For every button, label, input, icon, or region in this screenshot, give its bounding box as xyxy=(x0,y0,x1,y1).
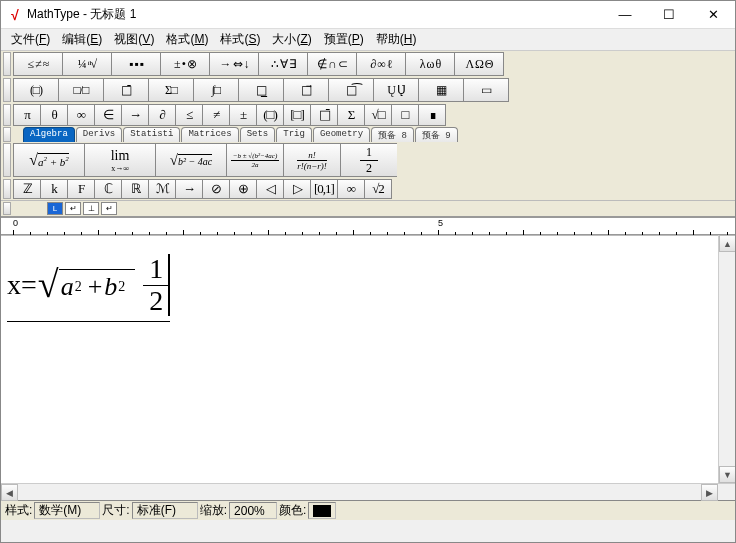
toggle-button[interactable]: ↵ xyxy=(65,202,81,215)
symbol-button[interactable]: ◁ xyxy=(256,179,284,199)
symbol-button[interactable]: F xyxy=(67,179,95,199)
menu-p[interactable]: 预置(P) xyxy=(318,29,370,50)
symbol-button[interactable]: ⊘ xyxy=(202,179,230,199)
toolbar-handle[interactable] xyxy=(3,104,11,126)
symbol-button[interactable]: π xyxy=(13,104,41,126)
status-zoom-value[interactable]: 200% xyxy=(229,502,277,519)
symbol-button[interactable]: ∈ xyxy=(94,104,122,126)
status-color-swatch[interactable] xyxy=(308,502,336,519)
template-binom[interactable]: n!r!(n−r)! xyxy=(283,143,341,177)
minimize-button[interactable]: — xyxy=(603,1,647,29)
symbol-button[interactable]: ∞ xyxy=(67,104,95,126)
toolbar-handle[interactable] xyxy=(3,127,11,142)
symbol-button[interactable]: ▭ xyxy=(463,78,509,102)
symbol-button[interactable]: ¼ ⁿ√ xyxy=(62,52,112,76)
menu-e[interactable]: 编辑(E) xyxy=(56,29,108,50)
close-button[interactable]: ✕ xyxy=(691,1,735,29)
symbol-button[interactable]: √2 xyxy=(364,179,392,199)
tab-derivs[interactable]: Derivs xyxy=(76,127,122,142)
symbol-button[interactable]: ≤ xyxy=(175,104,203,126)
symbol-button[interactable]: ∂ ∞ ℓ xyxy=(356,52,406,76)
symbol-button[interactable]: → xyxy=(121,104,149,126)
tab-matrices[interactable]: Matrices xyxy=(181,127,238,142)
tab-algebra[interactable]: Algebra xyxy=(23,127,75,142)
maximize-button[interactable]: ☐ xyxy=(647,1,691,29)
menu-s[interactable]: 样式(S) xyxy=(214,29,266,50)
symbol-button[interactable]: ∫□ xyxy=(193,78,239,102)
symbol-button[interactable]: □/□ xyxy=(58,78,104,102)
symbol-button[interactable]: Σ xyxy=(337,104,365,126)
scroll-down-icon[interactable]: ▼ xyxy=(719,466,736,483)
symbol-button[interactable]: □ xyxy=(391,104,419,126)
symbol-button[interactable]: ± xyxy=(229,104,257,126)
symbol-button[interactable]: ≠ xyxy=(202,104,230,126)
toggle-button[interactable]: ↵ xyxy=(101,202,117,215)
symbol-button[interactable]: □⃗ xyxy=(283,78,329,102)
symbol-button[interactable]: ▦ xyxy=(418,78,464,102)
menu-f[interactable]: 文件(F) xyxy=(5,29,56,50)
toolbar-handle[interactable] xyxy=(3,143,11,177)
symbol-button[interactable]: ▷ xyxy=(283,179,311,199)
toggle-button[interactable]: L xyxy=(47,202,63,215)
vertical-scrollbar[interactable]: ▲ ▼ xyxy=(718,235,735,483)
scroll-left-icon[interactable]: ◀ xyxy=(1,484,18,501)
template-sqrt_b4ac[interactable]: √b² − 4ac xyxy=(155,143,227,177)
symbol-button[interactable]: ∞ xyxy=(337,179,365,199)
equation[interactable]: x= √ a2 + b2 1 2 xyxy=(7,254,170,317)
symbol-button[interactable]: θ xyxy=(40,104,68,126)
ruler[interactable]: 05 xyxy=(1,217,735,235)
symbol-button[interactable]: □̄ xyxy=(103,78,149,102)
tab-sets[interactable]: Sets xyxy=(240,127,276,142)
horizontal-scrollbar[interactable]: ◀ ▶ xyxy=(1,483,735,500)
symbol-button[interactable]: [0,1] xyxy=(310,179,338,199)
template-half[interactable]: 12 xyxy=(340,143,398,177)
status-style-value[interactable]: 数学(M) xyxy=(34,502,100,519)
symbol-button[interactable]: ⊕ xyxy=(229,179,257,199)
symbol-button[interactable]: ▪ ▪ ▪ xyxy=(111,52,161,76)
tab-预备 8[interactable]: 预备 8 xyxy=(371,127,414,142)
symbol-button[interactable]: λ ω θ xyxy=(405,52,455,76)
symbol-button[interactable]: Ų Ų̇ xyxy=(373,78,419,102)
menu-m[interactable]: 格式(M) xyxy=(160,29,214,50)
symbol-button[interactable]: [□] xyxy=(283,104,311,126)
symbol-button[interactable]: ≤ ≠ ≈ xyxy=(13,52,63,76)
tab-geometry[interactable]: Geometry xyxy=(313,127,370,142)
symbol-button[interactable]: Σ□ xyxy=(148,78,194,102)
symbol-button[interactable]: □͡ xyxy=(328,78,374,102)
menu-h[interactable]: 帮助(H) xyxy=(370,29,423,50)
symbol-button[interactable]: □̲ xyxy=(238,78,284,102)
toolbar-handle[interactable] xyxy=(3,78,11,102)
tab-预备 9[interactable]: 预备 9 xyxy=(415,127,458,142)
tab-trig[interactable]: Trig xyxy=(276,127,312,142)
symbol-button[interactable]: ℤ xyxy=(13,179,41,199)
symbol-button[interactable]: k xyxy=(40,179,68,199)
menu-v[interactable]: 视图(V) xyxy=(108,29,160,50)
symbol-button[interactable]: ℳ xyxy=(148,179,176,199)
symbol-button[interactable]: ± • ⊗ xyxy=(160,52,210,76)
equation-editor[interactable]: x= √ a2 + b2 1 2 xyxy=(1,235,718,483)
symbol-button[interactable]: ℝ xyxy=(121,179,149,199)
symbol-button[interactable]: ∎ xyxy=(418,104,446,126)
toolbar-handle[interactable] xyxy=(3,52,11,76)
scroll-right-icon[interactable]: ▶ xyxy=(701,484,718,501)
symbol-button[interactable]: → ⇔ ↓ xyxy=(209,52,259,76)
symbol-button[interactable]: ∂ xyxy=(148,104,176,126)
scroll-up-icon[interactable]: ▲ xyxy=(719,235,736,252)
symbol-button[interactable]: → xyxy=(175,179,203,199)
symbol-button[interactable]: ∉ ∩ ⊂ xyxy=(307,52,357,76)
symbol-button[interactable]: ∴ ∀ ∃ xyxy=(258,52,308,76)
symbol-button[interactable]: √□ xyxy=(364,104,392,126)
toggle-button[interactable]: ⊥ xyxy=(83,202,99,215)
template-quad[interactable]: −b ± √(b²−4ac)2a xyxy=(226,143,284,177)
toolbar-handle[interactable] xyxy=(3,179,11,199)
template-lim[interactable]: limx→∞ xyxy=(84,143,156,177)
symbol-button[interactable]: (□) xyxy=(13,78,59,102)
symbol-button[interactable]: Λ Ω Θ xyxy=(454,52,504,76)
template-sqrt_ab[interactable]: √a2 + b2 xyxy=(13,143,85,177)
tab-statisti[interactable]: Statisti xyxy=(123,127,180,142)
symbol-button[interactable]: (□) xyxy=(256,104,284,126)
toolbar-handle[interactable] xyxy=(3,202,11,215)
symbol-button[interactable]: ℂ xyxy=(94,179,122,199)
menu-z[interactable]: 大小(Z) xyxy=(266,29,317,50)
symbol-button[interactable]: □̄ xyxy=(310,104,338,126)
